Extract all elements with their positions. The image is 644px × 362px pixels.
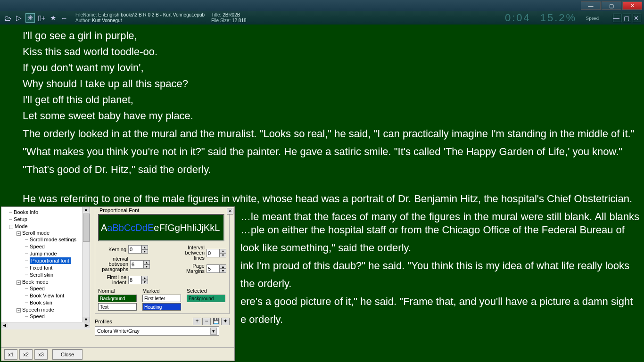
tree-item-book-view-font[interactable]: ┄ Book View font	[2, 292, 89, 299]
zoom-x3-button[interactable]: x3	[34, 349, 48, 360]
tree-item-fixed-font[interactable]: ┄ Fixed font	[2, 264, 89, 272]
progress-percent: 15.2%	[540, 12, 577, 24]
panel-legend: Proportional Font	[98, 207, 140, 213]
marked-heading-swatch[interactable]: Heading	[142, 303, 181, 311]
settings-panel: Proportional Font AaBbCcDdEeFfGgHhIiJjKk…	[90, 207, 234, 347]
page-margins-input[interactable]	[206, 264, 220, 273]
mini-window-icon[interactable]: ▢	[623, 14, 631, 22]
tree-item-scroll-mode[interactable]: −Scroll mode	[2, 230, 89, 236]
profile-remove-button[interactable]: −	[202, 318, 211, 325]
normal-background-swatch[interactable]: Background	[98, 295, 137, 302]
mini-minimize-icon[interactable]: —	[613, 14, 621, 22]
poem-line: I'll go see a girl in purple,	[23, 29, 639, 42]
tree-horizontal-scrollbar[interactable]	[1, 322, 90, 329]
interval-paragraphs-label: Interval between paragraphs	[98, 256, 128, 272]
profile-settings-button[interactable]: ✦	[221, 318, 230, 325]
zoom-x2-button[interactable]: x2	[19, 349, 33, 360]
tree-item-proportional-font[interactable]: ┄ Proportional font	[2, 257, 89, 264]
tree-item-books-info[interactable]: ┄ Books Info	[2, 209, 89, 216]
poem-line: Kiss this sad world toodle-oo.	[23, 45, 639, 58]
paragraph: the orderly.	[240, 277, 639, 290]
filesize-label: File Size:	[211, 18, 231, 23]
profile-save-button[interactable]: 💾	[212, 318, 220, 325]
settings-dialog: ✕ ┄ Books Info ┄ Setup −Mode −Scroll mod…	[1, 206, 235, 361]
paragraph: "That's good of Dr. Hitz," said the orde…	[23, 163, 639, 176]
kerning-label: Kerning	[98, 247, 126, 252]
collapse-icon[interactable]: −	[17, 231, 21, 236]
open-file-icon[interactable]: 🗁	[3, 13, 12, 23]
collapse-icon[interactable]: −	[9, 225, 13, 229]
marked-header: Marked	[142, 288, 181, 294]
normal-text-swatch[interactable]: Text	[98, 303, 137, 311]
spinner-up-icon[interactable]: ▲	[143, 260, 150, 264]
spinner-down-icon[interactable]: ▼	[220, 253, 226, 257]
bookmark-add-icon[interactable]: ▯+	[37, 13, 46, 23]
tree-item-jump-mode[interactable]: ┄ Jump mode	[2, 250, 89, 257]
elapsed-time: 0:04	[505, 12, 531, 24]
paragraph: ink I'm proud of this daub?" he said. "Y…	[240, 259, 639, 272]
paragraph: …le meant that the faces of many of the …	[240, 210, 639, 237]
spinner-up-icon[interactable]: ▲	[220, 249, 226, 253]
settings-icon[interactable]: ✳	[25, 13, 35, 23]
spinner-down-icon[interactable]: ▼	[220, 269, 226, 273]
tree-vertical-scrollbar[interactable]	[82, 207, 90, 322]
normal-header: Normal	[98, 288, 137, 294]
filename-label: FileName:	[75, 12, 97, 17]
poem-line: Let some sweet baby have my place.	[23, 109, 639, 123]
collapse-icon[interactable]: −	[17, 308, 21, 313]
spinner-up-icon[interactable]: ▲	[141, 245, 148, 249]
back-icon[interactable]: ←	[59, 13, 69, 23]
window-minimize-button[interactable]: —	[581, 1, 601, 10]
kerning-input[interactable]	[128, 245, 141, 254]
selected-header: Selected	[187, 288, 225, 294]
mini-close-icon[interactable]: ✕	[633, 14, 641, 22]
filename-value: E:\English books\2 B R 0 2 B - Kurt Vonn…	[98, 12, 205, 17]
interval-lines-label: Interval between lines	[176, 245, 205, 261]
profiles-dropdown[interactable]: Colors White/Gray	[95, 326, 219, 336]
first-line-indent-input[interactable]	[128, 276, 141, 284]
interval-lines-input[interactable]	[206, 249, 220, 257]
spinner-up-icon[interactable]: ▲	[141, 276, 148, 280]
settings-tree[interactable]: ┄ Books Info ┄ Setup −Mode −Scroll mode …	[1, 207, 90, 322]
spinner-up-icon[interactable]: ▲	[220, 264, 226, 269]
play-icon[interactable]: ▷	[14, 13, 24, 23]
window-titlebar: — ▢ ✕	[0, 0, 644, 11]
first-line-indent-label: First line indent	[98, 275, 126, 285]
author-label: Author:	[75, 18, 91, 23]
scrollbar-thumb[interactable]	[83, 214, 90, 242]
tree-item-scroll-settings[interactable]: ┄ Scroll mode settings	[2, 236, 89, 243]
dialog-close-button[interactable]: ✕	[227, 208, 233, 214]
tree-item-scroll-skin[interactable]: ┄ Scroll skin	[2, 272, 89, 279]
close-button[interactable]: Close	[52, 349, 83, 360]
marked-first-letter-swatch[interactable]: First letter	[142, 295, 181, 302]
selected-background-swatch[interactable]: Background	[187, 295, 225, 302]
title-label: Title:	[211, 12, 221, 17]
profiles-label: Profiles	[95, 319, 112, 324]
file-info: FileName: E:\English books\2 B R 0 2 B -…	[75, 12, 247, 24]
poem-line: If you don't want my lovin',	[23, 61, 639, 74]
dialog-footer: x1 x2 x3 Close	[1, 347, 234, 361]
tree-item-speed[interactable]: ┄ Speed	[2, 285, 89, 292]
window-close-button[interactable]: ✕	[622, 1, 642, 10]
profile-add-button[interactable]: +	[193, 318, 201, 325]
spinner-down-icon[interactable]: ▼	[143, 264, 150, 269]
paragraph: The orderly looked in at the mural and t…	[5, 127, 639, 140]
spinner-down-icon[interactable]: ▼	[141, 280, 148, 284]
favorite-icon[interactable]: ★	[48, 13, 58, 23]
tree-item-speech-mode[interactable]: −Speech mode	[2, 306, 89, 313]
paragraph: He was referring to one of the male figu…	[23, 192, 639, 206]
tree-item-speed[interactable]: ┄ Speed	[2, 243, 89, 250]
tree-item-book-skin[interactable]: ┄ Book skin	[2, 299, 89, 306]
spinner-down-icon[interactable]: ▼	[141, 249, 148, 254]
tree-item-book-mode[interactable]: −Book mode	[2, 279, 89, 285]
window-maximize-button[interactable]: ▢	[602, 1, 621, 10]
collapse-icon[interactable]: −	[17, 280, 21, 285]
tree-item-mode[interactable]: −Mode	[2, 223, 89, 230]
tree-item-setup[interactable]: ┄ Setup	[2, 216, 89, 223]
poem-line: Why should I take up all this space?	[23, 77, 639, 90]
interval-paragraphs-input[interactable]	[130, 260, 143, 269]
zoom-x1-button[interactable]: x1	[4, 349, 17, 360]
paragraph: "What makes you think you're not in it?"…	[23, 145, 639, 158]
tree-item-speed[interactable]: ┄ Speed	[2, 313, 89, 320]
filesize-value: 12 818	[232, 18, 247, 23]
